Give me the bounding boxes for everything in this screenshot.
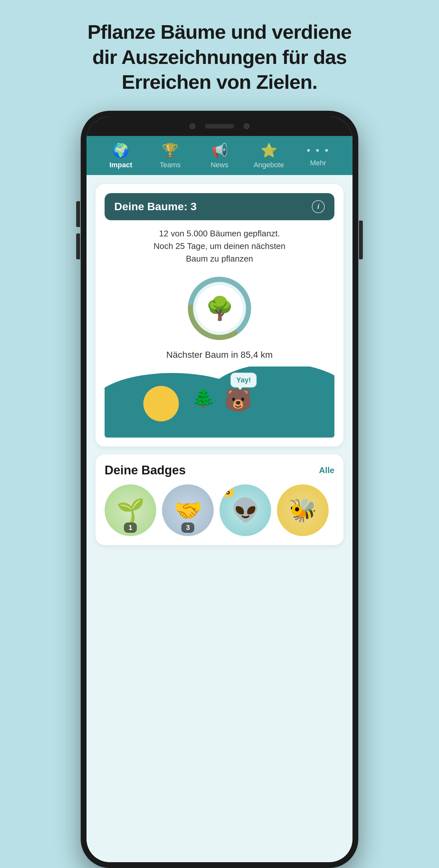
nav-header: 🌍 Impact 🏆 Teams 📢 News ⭐ Angebote • • •… [87, 136, 352, 175]
badge-number-2: 3 [181, 523, 194, 533]
badges-header: Deine Badges Alle [104, 463, 335, 477]
main-content: Deine Baume: 3 i 12 von 5.000 Bäumen gep… [87, 175, 352, 863]
phone-screen: 🌍 Impact 🏆 Teams 📢 News ⭐ Angebote • • •… [87, 117, 352, 863]
star-icon: ⭐ [260, 143, 277, 158]
phone-topbar [87, 117, 352, 136]
tree-counter-header: Deine Baume: 3 i [104, 193, 335, 220]
megaphone-icon: 📢 [211, 143, 228, 158]
volume-up-button [76, 201, 80, 227]
badge-item-2[interactable]: 🤝 3 [162, 485, 214, 536]
info-icon[interactable]: i [312, 200, 325, 213]
tree-subtitle: 12 von 5.000 Bäumen gepflanzt. Noch 25 T… [104, 227, 335, 265]
badge-item-3[interactable]: 5 👽 [220, 485, 271, 536]
bear-character-illustration: 🐻 [224, 387, 252, 413]
progress-container: 🌳 Nächster Baum in 85,4 km [104, 273, 335, 360]
small-tree-illustration: 🌲 [192, 386, 215, 408]
power-button [359, 221, 363, 259]
badge-icon-1: 🌱 [117, 497, 145, 523]
tree-card: Deine Baume: 3 i 12 von 5.000 Bäumen gep… [96, 184, 343, 446]
tree-icon-center: 🌳 [206, 295, 234, 321]
badges-all-link[interactable]: Alle [319, 465, 335, 475]
scene-illustration: 🌲 🐻 Yay! [104, 367, 335, 438]
badge-number-1: 1 [124, 523, 137, 533]
badge-icon-2: 🤝 [174, 497, 202, 523]
more-dots-icon: • • • [307, 144, 330, 156]
nav-label-news: News [211, 161, 228, 169]
nav-item-mehr[interactable]: • • • Mehr [302, 144, 335, 167]
nav-item-angebote[interactable]: ⭐ Angebote [253, 143, 285, 169]
front-sensor [244, 123, 250, 129]
badge-item-1[interactable]: 🌱 1 [104, 485, 156, 536]
front-camera [189, 123, 195, 129]
volume-down-button [76, 234, 80, 259]
tree-count-title: Deine Baume: 3 [114, 200, 196, 213]
page-title: Pflanze Bäume und verdiene dir Auszeichn… [74, 20, 365, 95]
badges-row: 🌱 1 🤝 3 5 👽 🐝 [104, 485, 335, 536]
nav-item-teams[interactable]: 🏆 Teams [154, 143, 186, 169]
badges-card: Deine Badges Alle 🌱 1 🤝 3 5 👽 [96, 454, 343, 545]
badges-title: Deine Badges [104, 463, 186, 477]
globe-icon: 🌍 [112, 143, 129, 158]
nav-label-impact: Impact [109, 161, 132, 169]
badge-item-4[interactable]: 🐝 [277, 485, 328, 536]
badge-number-top-3: 5 [222, 487, 234, 497]
nav-label-mehr: Mehr [310, 159, 326, 167]
nav-label-teams: Teams [160, 161, 181, 169]
nav-item-impact[interactable]: 🌍 Impact [104, 143, 137, 169]
badge-icon-4: 🐝 [289, 497, 317, 523]
next-tree-distance: Nächster Baum in 85,4 km [166, 350, 273, 360]
trophy-icon: 🏆 [162, 143, 179, 158]
sun-illustration [143, 386, 179, 422]
yay-speech-bubble: Yay! [230, 373, 257, 388]
phone-shell: 🌍 Impact 🏆 Teams 📢 News ⭐ Angebote • • •… [81, 111, 358, 868]
speaker [205, 124, 234, 128]
badge-icon-3: 👽 [231, 497, 259, 523]
nav-item-news[interactable]: 📢 News [203, 143, 236, 169]
circular-progress: 🌳 [184, 273, 255, 344]
nav-label-angebote: Angebote [254, 161, 284, 169]
